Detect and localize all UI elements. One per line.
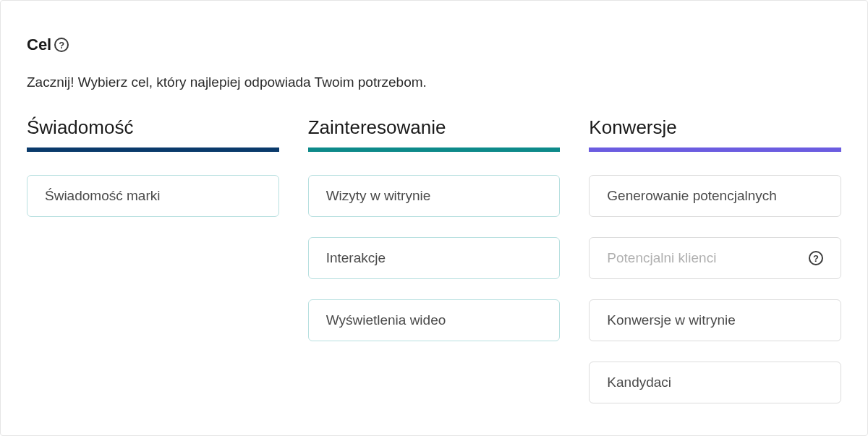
page-title: Cel [27, 35, 51, 54]
column-heading-awareness: Świadomość [27, 116, 279, 139]
goal-option-site-conversions[interactable]: Konwersje w witrynie [589, 299, 841, 341]
help-icon[interactable]: ? [54, 38, 69, 52]
goal-option-label: Wyświetlenia wideo [326, 312, 446, 328]
goal-option-label: Wizyty w witrynie [326, 188, 431, 204]
goal-option-site-visits[interactable]: Wizyty w witrynie [308, 175, 561, 217]
column-heading-conversion: Konwersje [589, 116, 841, 139]
help-icon[interactable]: ? [809, 251, 823, 265]
header: Cel ? [27, 35, 841, 54]
column-conversion: Konwersje Generowanie potencjalnych Pote… [589, 116, 841, 424]
page-subtitle: Zacznij! Wybierz cel, który najlepiej od… [27, 74, 841, 90]
column-awareness: Świadomość Świadomość marki [27, 116, 279, 424]
goal-option-label: Konwersje w witrynie [607, 312, 735, 328]
column-bar-conversion [589, 148, 841, 152]
goal-option-label: Kandydaci [607, 375, 671, 390]
goal-option-brand-awareness[interactable]: Świadomość marki [27, 175, 279, 217]
goal-option-label: Świadomość marki [45, 188, 160, 204]
column-bar-interest [308, 148, 561, 152]
column-bar-awareness [27, 148, 279, 152]
column-interest: Zainteresowanie Wizyty w witrynie Intera… [308, 116, 561, 424]
goal-option-engagement[interactable]: Interakcje [308, 237, 561, 279]
goal-panel: Cel ? Zacznij! Wybierz cel, który najlep… [0, 0, 868, 436]
goal-option-label: Interakcje [326, 250, 386, 266]
goal-option-candidates[interactable]: Kandydaci [589, 362, 841, 403]
goal-option-potential-clients[interactable]: Potencjalni klienci ? [589, 237, 841, 279]
column-heading-interest: Zainteresowanie [308, 116, 561, 139]
goal-columns: Świadomość Świadomość marki Zainteresowa… [27, 116, 841, 424]
goal-option-label: Generowanie potencjalnych [607, 188, 777, 204]
goal-option-lead-generation[interactable]: Generowanie potencjalnych [589, 175, 841, 217]
goal-option-video-views[interactable]: Wyświetlenia wideo [308, 299, 561, 341]
goal-option-label: Potencjalni klienci [607, 250, 716, 266]
